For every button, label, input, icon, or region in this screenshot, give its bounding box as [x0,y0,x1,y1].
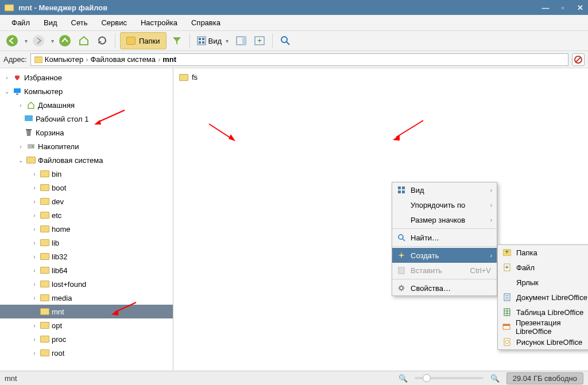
new-tab-button[interactable]: + [252,33,268,49]
file-item[interactable]: fs [179,73,198,81]
tree-item-media[interactable]: ›media [0,291,173,305]
tree-item-favorites[interactable]: › Избранное [0,71,173,84]
ctx-icon-size[interactable]: Размер значков› [392,212,497,227]
collapse-icon[interactable]: ⌄ [17,157,24,164]
window-title: mnt - Менеджер файлов [18,3,107,12]
close-button[interactable]: ✕ [575,3,585,12]
ctx-new-file[interactable]: + Файл [498,260,588,275]
minimize-button[interactable]: — [541,3,550,12]
svg-rect-27 [402,190,405,193]
svg-rect-18 [14,88,21,93]
ctx-sort[interactable]: Упорядочить по› [392,197,497,212]
tree-item-etc[interactable]: ›etc [0,208,173,222]
ctx-view[interactable]: Вид› [392,182,497,197]
tree-item-boot[interactable]: ›boot [0,181,173,195]
expand-icon[interactable]: › [31,281,38,287]
expand-icon[interactable]: › [31,226,38,232]
ctx-find[interactable]: Найти… [392,230,497,245]
menu-view[interactable]: Вид [37,16,64,29]
zoom-in-icon[interactable]: 🔍 [490,374,500,383]
folder-icon [40,239,49,247]
expand-icon[interactable]: › [31,336,38,343]
folders-label: Папки [139,37,160,45]
tree-item-bin[interactable]: ›bin [0,167,173,181]
expand-icon[interactable]: › [31,322,38,329]
chevron-down-icon[interactable]: ▾ [51,38,54,44]
tree-item-computer[interactable]: ⌄ Компьютер [0,84,173,98]
expand-icon[interactable]: › [31,295,38,301]
tree-item-dev[interactable]: ›dev [0,195,173,208]
menu-settings[interactable]: Настройка [134,16,184,29]
expand-icon[interactable]: › [31,254,38,260]
refresh-button[interactable] [94,33,110,49]
svg-point-13 [281,37,287,42]
zoom-out-icon[interactable]: 🔍 [399,374,408,383]
tree-item-filesystem[interactable]: ⌄ Файловая система [0,153,173,167]
svg-point-2 [33,35,44,46]
tree-item-lib64[interactable]: ›lib64 [0,263,173,277]
filter-button[interactable] [169,33,185,49]
tree-label: lib64 [52,266,67,275]
tree-item-home[interactable]: ›home [0,222,173,236]
collapse-icon[interactable]: ⌄ [3,88,10,95]
breadcrumb[interactable]: Компьютер › Файловая система › mnt [30,53,568,66]
expand-icon[interactable]: › [31,199,38,205]
tree-item-lib[interactable]: ›lib [0,236,173,250]
folders-panel-toggle[interactable]: Папки [120,32,167,49]
nav-up-button[interactable] [56,33,74,49]
file-view[interactable]: fs Вид› Упорядочить по› Размер значков› … [173,68,588,371]
zoom-slider[interactable] [415,377,483,379]
tree-item-opt[interactable]: ›opt [0,318,173,332]
chevron-down-icon[interactable]: ▾ [25,38,28,44]
svg-rect-30 [399,267,404,274]
tree-label: Накопители [38,142,79,151]
preview-pane-button[interactable] [233,33,249,49]
tree-item-root[interactable]: ›root [0,346,173,360]
ctx-create[interactable]: Создать› [392,248,497,263]
expand-icon[interactable]: › [31,240,38,246]
ctx-new-lo-sheet[interactable]: Таблица LibreOffice [498,305,588,320]
separator [272,33,273,48]
stop-button[interactable] [572,53,585,66]
tree-item-mnt[interactable]: ›mnt [0,305,173,318]
expand-icon[interactable]: › [31,212,38,219]
expand-icon[interactable]: › [31,309,38,315]
ctx-new-lo-pres[interactable]: Презентация LibreOffice [498,320,588,335]
ctx-new-lo-draw[interactable]: Рисунок LibreOffice [498,335,588,349]
tree-item-proc[interactable]: ›proc [0,332,173,346]
menu-service[interactable]: Сервис [94,16,134,29]
folder-tree[interactable]: › Избранное ⌄ Компьютер › Домашняя Рабоч… [0,68,173,371]
nav-back-button[interactable] [3,33,21,49]
menu-file[interactable]: Файл [5,16,37,29]
slider-knob[interactable] [423,374,431,382]
tree-item-drives[interactable]: › Накопители [0,139,173,153]
ctx-new-lo-doc[interactable]: Документ LibreOffice [498,290,588,305]
crumb[interactable]: Файловая система [90,55,155,64]
tree-item-lib32[interactable]: ›lib32 [0,250,173,263]
svg-rect-0 [5,5,14,11]
ctx-new-shortcut[interactable]: Ярлык [498,275,588,290]
tree-item-lost+found[interactable]: ›lost+found [0,277,173,291]
menu-help[interactable]: Справка [184,16,227,29]
expand-icon[interactable]: › [31,267,38,274]
svg-marker-51 [229,134,235,141]
tree-item-desktop[interactable]: Рабочий стол 1 [0,112,173,126]
svg-rect-25 [402,186,405,189]
view-mode-button[interactable]: Вид ▾ [195,33,231,49]
expand-icon[interactable]: › [17,102,24,108]
expand-icon[interactable]: › [3,75,10,81]
crumb[interactable]: Компьютер [45,55,83,64]
nav-home-button[interactable] [76,33,92,49]
search-button[interactable] [277,33,293,49]
expand-icon[interactable]: › [17,143,24,150]
ctx-new-folder[interactable]: + Папка [498,245,588,260]
expand-icon[interactable]: › [31,350,38,356]
expand-icon[interactable]: › [31,171,38,177]
expand-icon[interactable]: › [31,185,38,191]
tree-item-home[interactable]: › Домашняя [0,98,173,112]
nav-forward-button[interactable] [30,33,47,49]
ctx-properties[interactable]: Свойства… [392,281,497,295]
menu-network[interactable]: Сеть [64,16,95,29]
tree-item-trash[interactable]: Корзина [0,126,173,139]
maximize-button[interactable]: ▫ [558,3,567,12]
